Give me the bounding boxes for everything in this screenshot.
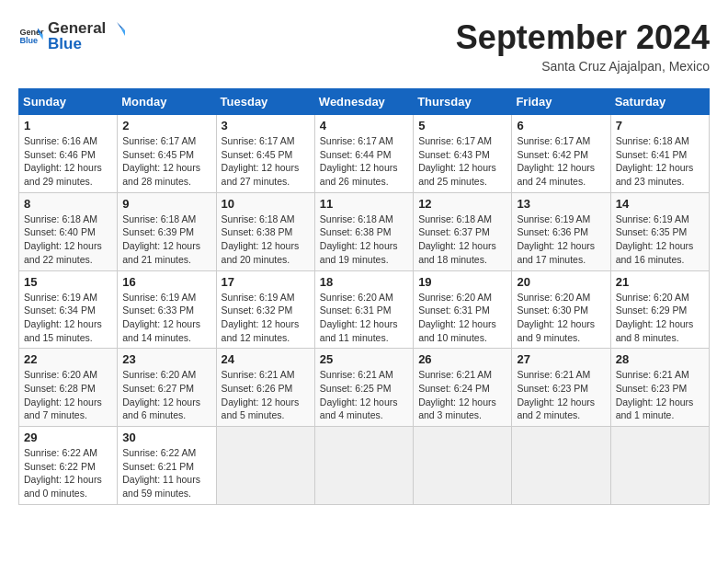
calendar-cell: 11Sunrise: 6:18 AMSunset: 6:38 PMDayligh… [314,192,413,270]
calendar-cell: 21Sunrise: 6:20 AMSunset: 6:29 PMDayligh… [610,270,709,349]
sunrise-text: Sunrise: 6:21 AM [616,369,689,380]
sunrise-text: Sunrise: 6:21 AM [222,369,295,380]
day-number: 28 [616,352,704,366]
daylight-text: Daylight: 12 hours and 8 minutes. [616,318,694,343]
day-info: Sunrise: 6:18 AMSunset: 6:38 PMDaylight:… [320,213,408,267]
daylight-text: Daylight: 12 hours and 5 minutes. [222,396,300,421]
calendar-week-row: 15Sunrise: 6:19 AMSunset: 6:34 PMDayligh… [19,270,710,349]
calendar-cell [414,427,512,505]
calendar-cell: 22Sunrise: 6:20 AMSunset: 6:28 PMDayligh… [19,349,118,427]
day-info: Sunrise: 6:17 AMSunset: 6:43 PMDaylight:… [418,134,506,189]
sunset-text: Sunset: 6:42 PM [517,149,588,160]
day-number: 30 [122,431,210,444]
logo: General Blue General Blue [18,18,128,53]
day-info: Sunrise: 6:19 AMSunset: 6:35 PMDaylight:… [616,213,704,267]
calendar-cell: 30Sunrise: 6:22 AMSunset: 6:21 PMDayligh… [118,427,216,505]
day-number: 16 [122,275,210,289]
calendar-week-row: 8Sunrise: 6:18 AMSunset: 6:40 PMDaylight… [19,192,710,270]
calendar-cell: 23Sunrise: 6:20 AMSunset: 6:27 PMDayligh… [118,349,216,427]
daylight-text: Daylight: 12 hours and 6 minutes. [122,396,200,421]
sunrise-text: Sunrise: 6:18 AM [222,213,295,224]
svg-marker-4 [117,22,125,30]
daylight-text: Daylight: 12 hours and 4 minutes. [320,396,398,421]
day-info: Sunrise: 6:18 AMSunset: 6:40 PMDaylight:… [24,213,112,267]
calendar-cell: 18Sunrise: 6:20 AMSunset: 6:31 PMDayligh… [314,270,413,349]
sunset-text: Sunset: 6:37 PM [418,226,490,237]
sunset-text: Sunset: 6:30 PM [517,304,588,316]
logo-icon: General Blue [18,23,44,49]
sunrise-text: Sunrise: 6:20 AM [320,292,393,303]
sunrise-text: Sunrise: 6:17 AM [320,135,393,146]
sunrise-text: Sunrise: 6:18 AM [320,213,393,224]
day-number: 20 [517,275,605,289]
day-number: 12 [418,197,506,211]
sunset-text: Sunset: 6:21 PM [122,461,194,472]
sunrise-text: Sunrise: 6:19 AM [24,292,97,303]
sunrise-text: Sunrise: 6:19 AM [122,292,196,303]
day-info: Sunrise: 6:22 AMSunset: 6:22 PMDaylight:… [24,446,112,500]
sunset-text: Sunset: 6:24 PM [418,383,490,394]
calendar-week-row: 22Sunrise: 6:20 AMSunset: 6:28 PMDayligh… [19,349,710,427]
daylight-text: Daylight: 12 hours and 19 minutes. [320,240,398,265]
daylight-text: Daylight: 12 hours and 26 minutes. [320,162,398,187]
daylight-text: Daylight: 12 hours and 21 minutes. [122,240,200,265]
calendar-cell: 5Sunrise: 6:17 AMSunset: 6:43 PMDaylight… [414,115,512,193]
calendar-cell [512,427,610,505]
day-number: 2 [122,119,210,132]
day-number: 1 [24,119,112,132]
daylight-text: Daylight: 12 hours and 9 minutes. [517,318,595,343]
day-number: 8 [24,197,112,211]
calendar-cell: 14Sunrise: 6:19 AMSunset: 6:35 PMDayligh… [610,192,709,270]
daylight-text: Daylight: 12 hours and 28 minutes. [122,162,200,187]
day-info: Sunrise: 6:16 AMSunset: 6:46 PMDaylight:… [24,134,112,189]
sunset-text: Sunset: 6:26 PM [222,383,293,394]
sunset-text: Sunset: 6:33 PM [122,304,194,316]
day-of-week-header: Tuesday [216,89,314,115]
sunrise-text: Sunrise: 6:16 AM [24,135,97,146]
sunset-text: Sunset: 6:31 PM [320,304,392,316]
sunset-text: Sunset: 6:45 PM [222,149,293,160]
sunrise-text: Sunrise: 6:22 AM [122,447,196,458]
calendar-cell: 19Sunrise: 6:20 AMSunset: 6:31 PMDayligh… [414,270,512,349]
daylight-text: Daylight: 12 hours and 12 minutes. [222,318,300,343]
day-number: 17 [222,275,310,289]
calendar-table: SundayMondayTuesdayWednesdayThursdayFrid… [18,88,710,505]
daylight-text: Daylight: 11 hours and 59 minutes. [122,474,200,499]
day-info: Sunrise: 6:18 AMSunset: 6:38 PMDaylight:… [222,213,310,267]
sunrise-text: Sunrise: 6:20 AM [24,369,97,380]
daylight-text: Daylight: 12 hours and 2 minutes. [517,396,595,421]
calendar-cell: 16Sunrise: 6:19 AMSunset: 6:33 PMDayligh… [118,270,216,349]
day-info: Sunrise: 6:18 AMSunset: 6:41 PMDaylight:… [616,134,704,189]
day-info: Sunrise: 6:21 AMSunset: 6:24 PMDaylight:… [418,368,506,422]
calendar-cell: 12Sunrise: 6:18 AMSunset: 6:37 PMDayligh… [414,192,512,270]
day-info: Sunrise: 6:17 AMSunset: 6:45 PMDaylight:… [222,134,310,189]
daylight-text: Daylight: 12 hours and 18 minutes. [418,240,496,265]
sunrise-text: Sunrise: 6:19 AM [222,292,295,303]
sunset-text: Sunset: 6:45 PM [122,149,194,160]
day-of-week-header: Thursday [414,89,512,115]
daylight-text: Daylight: 12 hours and 22 minutes. [24,240,102,265]
day-info: Sunrise: 6:18 AMSunset: 6:39 PMDaylight:… [122,213,210,267]
sunset-text: Sunset: 6:36 PM [517,226,588,237]
calendar-header-row: SundayMondayTuesdayWednesdayThursdayFrid… [19,89,710,115]
day-number: 29 [24,431,112,444]
sunrise-text: Sunrise: 6:20 AM [122,369,196,380]
calendar-cell [216,427,314,505]
day-number: 7 [616,119,704,132]
daylight-text: Daylight: 12 hours and 11 minutes. [320,318,398,343]
calendar-cell: 17Sunrise: 6:19 AMSunset: 6:32 PMDayligh… [216,270,314,349]
day-number: 4 [320,119,408,132]
day-info: Sunrise: 6:20 AMSunset: 6:27 PMDaylight:… [122,368,210,422]
sunrise-text: Sunrise: 6:19 AM [517,213,590,224]
daylight-text: Daylight: 12 hours and 27 minutes. [222,162,300,187]
day-of-week-header: Wednesday [314,89,413,115]
day-info: Sunrise: 6:19 AMSunset: 6:32 PMDaylight:… [222,291,310,345]
day-info: Sunrise: 6:21 AMSunset: 6:23 PMDaylight:… [517,368,605,422]
day-number: 11 [320,197,408,211]
calendar-cell [314,427,413,505]
sunrise-text: Sunrise: 6:21 AM [320,369,393,380]
calendar-cell: 15Sunrise: 6:19 AMSunset: 6:34 PMDayligh… [19,270,118,349]
sunrise-text: Sunrise: 6:22 AM [24,447,97,458]
daylight-text: Daylight: 12 hours and 24 minutes. [517,162,595,187]
sunset-text: Sunset: 6:35 PM [616,226,688,237]
